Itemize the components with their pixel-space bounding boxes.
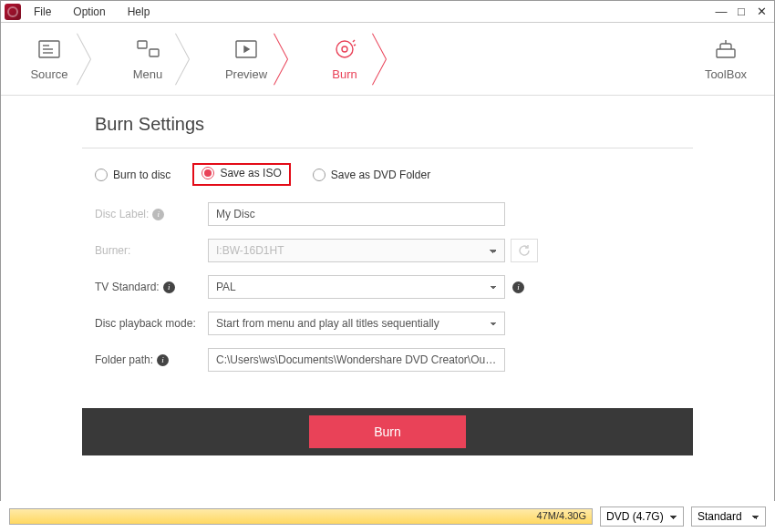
step-label: Burn [332, 67, 356, 81]
info-icon[interactable]: i [157, 354, 169, 366]
output-mode-radios: Burn to disc Save as ISO Save as DVD Fol… [95, 163, 693, 186]
playback-mode-select[interactable] [208, 312, 505, 335]
minimize-button[interactable]: — [712, 4, 730, 20]
toolbox-icon [713, 36, 739, 62]
disc-label-input[interactable] [208, 202, 505, 226]
svg-rect-5 [150, 49, 159, 56]
info-icon[interactable]: i [512, 281, 524, 293]
disc-type-select[interactable]: DVD (4.7G) [600, 506, 684, 527]
radio-label: Save as DVD Folder [331, 169, 430, 181]
menu-help[interactable]: Help [119, 4, 160, 20]
menubar: File Option Help — □ ✕ [1, 1, 774, 23]
menu-icon [135, 36, 160, 62]
source-icon [36, 36, 62, 62]
burner-select [208, 239, 505, 262]
svg-line-10 [353, 40, 355, 42]
radio-label: Burn to disc [113, 169, 170, 181]
save-as-iso-highlight: Save as ISO [192, 163, 290, 186]
close-button[interactable]: ✕ [752, 4, 770, 20]
step-label: Menu [133, 67, 163, 81]
step-divider [189, 23, 205, 96]
step-label: Preview [225, 67, 267, 81]
window-controls: — □ ✕ [712, 4, 770, 20]
burn-button[interactable]: Burn [309, 415, 466, 448]
svg-marker-7 [244, 46, 249, 52]
preview-icon [233, 36, 259, 62]
info-icon[interactable]: i [163, 281, 175, 293]
step-divider [90, 23, 107, 96]
folder-path-input[interactable] [208, 348, 505, 372]
burn-bar: Burn [82, 408, 693, 455]
step-preview[interactable]: Preview [205, 23, 287, 96]
label-tv-standard: TV Standard:i [95, 281, 208, 293]
burn-icon [332, 36, 357, 62]
step-divider [287, 23, 304, 96]
quality-select[interactable]: Standard [691, 506, 766, 527]
svg-rect-4 [138, 41, 147, 48]
label-playback-mode: Disc playback mode: [95, 317, 208, 330]
radio-burn-to-disc[interactable]: Burn to disc [95, 169, 170, 181]
step-source[interactable]: Source [8, 23, 90, 96]
menu-option[interactable]: Option [64, 4, 114, 20]
label-burner: Burner: [95, 244, 208, 257]
step-menu[interactable]: Menu [107, 23, 189, 96]
svg-point-8 [336, 41, 353, 57]
status-bar: 47M/4.30G DVD (4.7G) Standard [0, 501, 775, 532]
label-folder-path: Folder path:i [95, 353, 208, 366]
refresh-burner-button[interactable] [511, 239, 538, 262]
svg-rect-12 [717, 49, 735, 57]
info-icon[interactable]: i [152, 209, 164, 220]
step-toolbox[interactable]: ToolBox [685, 23, 767, 96]
divider [82, 148, 693, 148]
tv-standard-select[interactable] [208, 275, 505, 299]
burn-settings-card: Burn Settings Burn to disc Save as ISO S… [82, 114, 693, 455]
step-label: Source [30, 67, 67, 81]
label-disc-label: Disc Label:i [95, 208, 208, 220]
capacity-progress: 47M/4.30G [9, 508, 593, 525]
step-tabs: Source Menu Preview Burn ToolBox [1, 23, 774, 96]
step-label: ToolBox [705, 67, 747, 81]
app-icon [5, 4, 21, 20]
radio-save-as-iso[interactable]: Save as ISO [202, 167, 281, 179]
svg-line-11 [354, 45, 356, 46]
radio-save-as-dvd-folder[interactable]: Save as DVD Folder [313, 169, 430, 181]
menu-file[interactable]: File [25, 4, 60, 20]
main-pane: Burn Settings Burn to disc Save as ISO S… [1, 96, 774, 455]
svg-point-9 [342, 46, 347, 52]
radio-label: Save as ISO [220, 167, 281, 179]
step-burn[interactable]: Burn [304, 23, 386, 96]
capacity-text: 47M/4.30G [537, 510, 586, 521]
maximize-button[interactable]: □ [732, 4, 750, 20]
settings-title: Burn Settings [82, 114, 693, 135]
step-divider [386, 23, 402, 96]
